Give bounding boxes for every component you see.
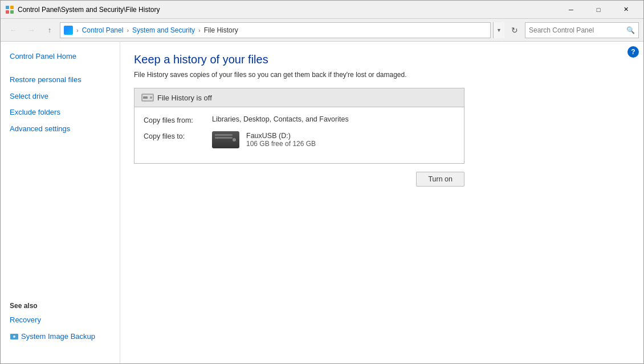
svg-rect-1: [10, 6, 14, 9]
sys-image-icon: [10, 332, 19, 341]
sys-image-label: System Image Backup: [21, 331, 95, 343]
fh-status-text: File History is off: [157, 94, 212, 102]
file-history-box: File History is off Copy files from: Lib…: [134, 88, 464, 164]
svg-point-5: [13, 335, 15, 338]
window-title: Control Panel\System and Security\File H…: [18, 6, 558, 14]
window: Control Panel\System and Security\File H…: [0, 0, 644, 364]
sidebar-item-advanced[interactable]: Advanced settings: [1, 121, 120, 137]
address-dropdown-button[interactable]: ▼: [493, 22, 504, 38]
fh-copy-from-row: Copy files from: Libraries, Desktop, Con…: [144, 115, 455, 124]
fh-status-icon: [141, 93, 154, 102]
sidebar-bottom: See also Recovery System Image Backup: [1, 297, 120, 357]
page-description: File History saves copies of your files …: [134, 71, 630, 79]
sidebar: Control Panel Home Restore personal file…: [1, 42, 120, 363]
search-box: 🔍: [525, 22, 639, 38]
search-icon[interactable]: 🔍: [626, 26, 635, 34]
breadcrumb-file-history: File History: [204, 26, 238, 34]
page-title: Keep a history of your files: [134, 53, 630, 66]
back-button[interactable]: ←: [5, 22, 21, 38]
fh-copy-from-value: Libraries, Desktop, Contacts, and Favori…: [212, 115, 349, 123]
title-bar: Control Panel\System and Security\File H…: [1, 1, 643, 19]
sidebar-item-cp-home[interactable]: Control Panel Home: [1, 48, 120, 65]
svg-rect-3: [10, 10, 14, 14]
breadcrumb-sep-3: ›: [198, 27, 201, 34]
sys-image-icon-wrapper: System Image Backup: [10, 331, 95, 343]
drive-icon: [212, 131, 239, 148]
fh-copy-from-label: Copy files from:: [144, 115, 212, 124]
action-row: Turn on: [134, 172, 464, 187]
window-icon: [5, 5, 14, 14]
sidebar-top: Control Panel Home Restore personal file…: [1, 48, 120, 137]
help-icon[interactable]: ?: [627, 46, 639, 58]
fh-copy-to-row: Copy files to: FauxUSB (D:) 106 GB free …: [144, 131, 455, 148]
sidebar-item-select-drive[interactable]: Select drive: [1, 88, 120, 105]
main-panel: ? Keep a history of your files File Hist…: [120, 42, 643, 363]
svg-rect-9: [143, 96, 148, 99]
breadcrumb-icon: [64, 26, 73, 35]
svg-rect-0: [6, 6, 9, 9]
drive-info: FauxUSB (D:) 106 GB free of 126 GB: [246, 132, 316, 148]
address-bar: › Control Panel › System and Security › …: [60, 22, 491, 38]
svg-rect-2: [6, 10, 9, 14]
drive-space: 106 GB free of 126 GB: [246, 140, 316, 148]
sidebar-item-sys-image[interactable]: System Image Backup: [1, 329, 120, 347]
sidebar-item-recovery[interactable]: Recovery: [1, 312, 120, 329]
minimize-button[interactable]: ─: [558, 1, 584, 19]
breadcrumb-control-panel[interactable]: Control Panel: [82, 26, 124, 34]
search-input[interactable]: [529, 26, 626, 34]
fh-copy-to-label: Copy files to:: [144, 131, 212, 140]
fh-header: File History is off: [134, 88, 464, 107]
up-button[interactable]: ↑: [42, 22, 58, 38]
forward-button[interactable]: →: [23, 22, 39, 38]
window-controls: ─ □ ✕: [558, 1, 639, 19]
nav-bar: ← → ↑ › Control Panel › System and Secur…: [1, 19, 643, 42]
fh-drive-row: FauxUSB (D:) 106 GB free of 126 GB: [212, 131, 316, 148]
drive-name: FauxUSB (D:): [246, 132, 316, 140]
maximize-button[interactable]: □: [585, 1, 612, 19]
see-also-header: See also: [1, 297, 120, 312]
sidebar-item-exclude[interactable]: Exclude folders: [1, 104, 120, 121]
breadcrumb-sep-2: ›: [127, 27, 129, 34]
breadcrumb-sep-1: ›: [76, 27, 79, 34]
breadcrumb-system-security[interactable]: System and Security: [132, 26, 195, 34]
refresh-button[interactable]: ↻: [507, 22, 523, 38]
fh-body: Copy files from: Libraries, Desktop, Con…: [134, 107, 464, 163]
sidebar-item-restore[interactable]: Restore personal files: [1, 72, 120, 88]
close-button[interactable]: ✕: [613, 1, 639, 19]
content-area: Control Panel Home Restore personal file…: [1, 42, 643, 363]
turn-on-button[interactable]: Turn on: [416, 172, 464, 187]
svg-point-8: [150, 96, 152, 99]
